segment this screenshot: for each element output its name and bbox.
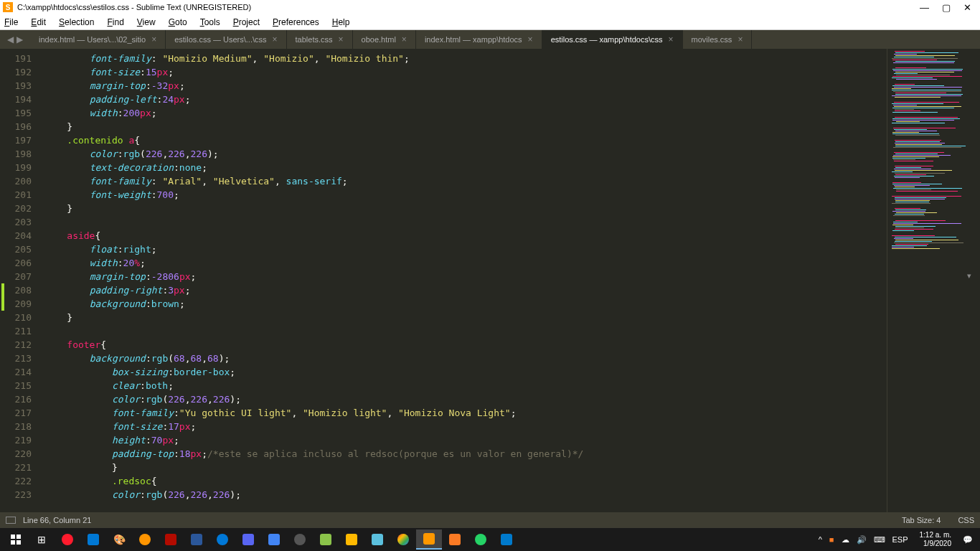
chrome-icon[interactable] bbox=[390, 529, 416, 550]
app-icon-3[interactable] bbox=[287, 529, 313, 550]
line-number: 192 bbox=[0, 65, 32, 79]
code-line: height:70px; bbox=[44, 433, 887, 447]
line-number: 212 bbox=[0, 338, 32, 352]
line-number: 215 bbox=[0, 379, 32, 392]
code-line: .contenido a{ bbox=[44, 133, 887, 147]
code-line: color:rgb(226,226,226); bbox=[44, 147, 887, 161]
tab-label: tablets.css bbox=[296, 35, 333, 44]
tab-size[interactable]: Tab Size: 4 bbox=[902, 516, 941, 524]
vscode-icon[interactable] bbox=[494, 529, 519, 550]
tray-xampp-icon[interactable]: ■ bbox=[829, 535, 834, 544]
xampp-icon[interactable] bbox=[442, 529, 468, 550]
svg-rect-1 bbox=[17, 534, 21, 539]
app-icon-1[interactable] bbox=[235, 529, 261, 550]
code-line: background:rgb(68,68,68); bbox=[44, 352, 887, 365]
line-number: 217 bbox=[0, 406, 32, 420]
explorer-icon[interactable] bbox=[339, 529, 364, 550]
tab-prev-icon[interactable]: ◀ bbox=[7, 34, 14, 44]
cursor-position: Line 66, Column 21 bbox=[23, 516, 91, 524]
code-line: font-family:"Yu gothic UI light", "Homiz… bbox=[44, 406, 887, 420]
start-button[interactable] bbox=[3, 529, 29, 550]
line-number: 203 bbox=[0, 215, 32, 229]
code-line: font-weight:700; bbox=[44, 188, 887, 202]
opera-icon[interactable] bbox=[55, 529, 80, 550]
tab-label: estilos.css — Users\...\css bbox=[174, 35, 266, 44]
maximize-button[interactable]: ▢ bbox=[942, 2, 951, 13]
menu-file[interactable]: File bbox=[4, 17, 18, 27]
tray-keyboard-icon[interactable]: ⌨ bbox=[874, 535, 885, 545]
code-line: font-size:15px; bbox=[44, 65, 887, 79]
whatsapp-icon[interactable] bbox=[468, 529, 494, 550]
code-line: text-decoration:none; bbox=[44, 161, 887, 174]
tab-close-icon[interactable]: × bbox=[528, 34, 533, 44]
app-icon-2[interactable] bbox=[261, 529, 287, 550]
tray-expand-icon[interactable]: ^ bbox=[819, 535, 822, 544]
code-line: font-size:17px; bbox=[44, 420, 887, 433]
task-view-icon[interactable]: ⊞ bbox=[29, 529, 55, 550]
menu-tools[interactable]: Tools bbox=[200, 17, 220, 27]
menu-preferences[interactable]: Preferences bbox=[273, 17, 319, 27]
tab-close-icon[interactable]: × bbox=[151, 34, 156, 44]
input-language[interactable]: ESP bbox=[892, 535, 908, 544]
edge-icon[interactable] bbox=[209, 529, 235, 550]
menu-edit[interactable]: Edit bbox=[31, 17, 46, 27]
menu-goto[interactable]: Goto bbox=[169, 17, 187, 27]
word-icon[interactable] bbox=[184, 529, 209, 550]
code-line: footer{ bbox=[44, 338, 887, 352]
code-line: width:200px; bbox=[44, 106, 887, 120]
adobe-icon[interactable] bbox=[158, 529, 184, 550]
code-line: width:20%; bbox=[44, 256, 887, 270]
menu-find[interactable]: Find bbox=[107, 17, 123, 27]
status-bar: Line 66, Column 21 Tab Size: 4 CSS bbox=[0, 512, 980, 528]
minimize-button[interactable]: — bbox=[920, 2, 929, 13]
tab[interactable]: estilos.css — xampp\htdocs\css× bbox=[542, 30, 683, 49]
sublime-icon[interactable] bbox=[416, 529, 442, 550]
tab[interactable]: estilos.css — Users\...\css× bbox=[166, 30, 286, 49]
tab[interactable]: moviles.css× bbox=[683, 30, 753, 49]
status-panel-icon[interactable] bbox=[6, 517, 16, 524]
code-line: margin-top:-32px; bbox=[44, 79, 887, 93]
menu-help[interactable]: Help bbox=[332, 17, 350, 27]
tab[interactable]: oboe.html× bbox=[353, 30, 416, 49]
code-line: padding-left:24px; bbox=[44, 93, 887, 106]
code-line: font-family: "Homizio Medium", "Homizio"… bbox=[44, 52, 887, 65]
code-line: float:right; bbox=[44, 242, 887, 256]
notepad-icon[interactable] bbox=[364, 529, 390, 550]
line-number: 213 bbox=[0, 352, 32, 365]
tab-next-icon[interactable]: ▶ bbox=[17, 34, 23, 44]
code-line: .redsoc{ bbox=[44, 474, 887, 488]
tab-label: oboe.html bbox=[362, 35, 396, 44]
tab[interactable]: index.html — xampp\htdocs× bbox=[416, 30, 542, 49]
firefox-icon[interactable] bbox=[132, 529, 158, 550]
tab-overflow-icon[interactable]: ▾ bbox=[967, 271, 971, 281]
code-line: box-sizing:border-box; bbox=[44, 365, 887, 379]
tab-close-icon[interactable]: × bbox=[669, 34, 674, 44]
code-line: } bbox=[44, 311, 887, 324]
clock[interactable]: 1:12 a. m.1/9/2020 bbox=[915, 531, 956, 548]
code-line: } bbox=[44, 120, 887, 133]
line-number: 207 bbox=[0, 270, 32, 283]
tab[interactable]: tablets.css× bbox=[287, 30, 353, 49]
mail-icon[interactable] bbox=[80, 529, 106, 550]
tab-label: index.html — xampp\htdocs bbox=[425, 35, 522, 44]
line-number: 194 bbox=[0, 93, 32, 106]
tab[interactable]: index.html — Users\...\02_sitio× bbox=[30, 30, 166, 49]
app-icon-4[interactable] bbox=[313, 529, 339, 550]
line-number: 197 bbox=[0, 133, 32, 147]
tab-close-icon[interactable]: × bbox=[273, 34, 278, 44]
tab-close-icon[interactable]: × bbox=[738, 34, 743, 44]
line-number: 200 bbox=[0, 174, 32, 188]
tray-cloud-icon[interactable]: ☁ bbox=[842, 535, 849, 545]
code-content[interactable]: font-family: "Homizio Medium", "Homizio"… bbox=[40, 49, 887, 512]
line-gutter: 1911921931941951961971981992002012022032… bbox=[0, 49, 40, 512]
menu-view[interactable]: View bbox=[137, 17, 156, 27]
menu-project[interactable]: Project bbox=[233, 17, 260, 27]
line-number: 209 bbox=[0, 297, 32, 311]
tab-bar: ◀ ▶ index.html — Users\...\02_sitio×esti… bbox=[0, 30, 980, 49]
tray-volume-icon[interactable]: 🔊 bbox=[857, 535, 867, 545]
menu-selection[interactable]: Selection bbox=[59, 17, 94, 27]
tab-close-icon[interactable]: × bbox=[402, 34, 407, 44]
paint-icon[interactable]: 🎨 bbox=[106, 529, 132, 550]
app-icon: S bbox=[3, 2, 13, 12]
tab-close-icon[interactable]: × bbox=[339, 34, 344, 44]
